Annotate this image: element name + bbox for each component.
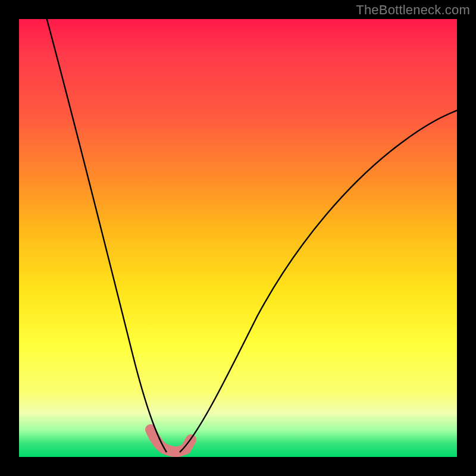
chart-frame: TheBottleneck.com [0, 0, 476, 476]
curve-left [45, 19, 167, 452]
chart-svg [19, 19, 457, 457]
watermark-text: TheBottleneck.com [356, 2, 470, 18]
curve-right [180, 109, 457, 452]
plot-area [19, 19, 457, 457]
